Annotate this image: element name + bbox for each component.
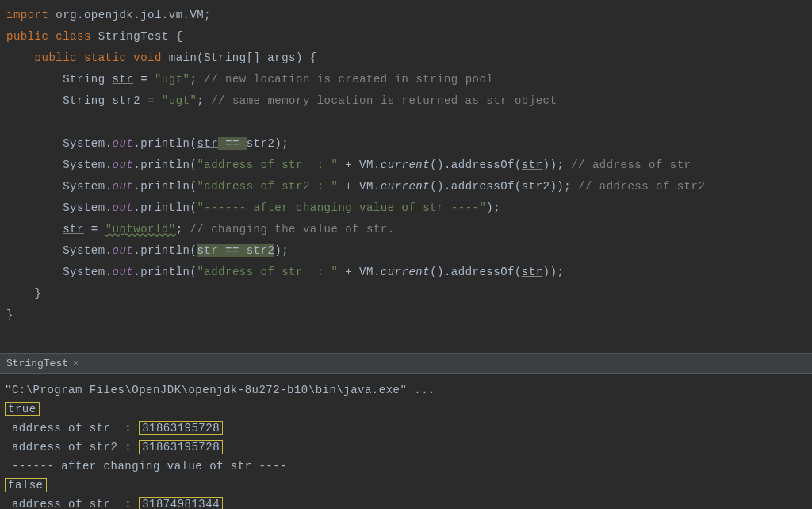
highlighted-output: false: [5, 478, 47, 492]
console-line: ------ after changing value of str ----: [5, 457, 807, 476]
console-line: "C:\Program Files\OpenJDK\openjdk-8u272-…: [5, 381, 807, 400]
code-line: String str = "ugt"; // new location is c…: [6, 69, 812, 90]
code-line: public class StringTest {: [6, 26, 812, 48]
code-line: System.out.println("address of str : " +…: [6, 155, 812, 176]
code-line: public static void main(String[] args) {: [6, 48, 812, 69]
highlighted-output: 31863195728: [139, 440, 223, 454]
tab-label: StringTest: [6, 358, 68, 369]
code-line: [6, 112, 812, 133]
console-line: address of str : 31874981344: [5, 495, 807, 509]
console-line: true: [5, 400, 807, 419]
code-line: }: [6, 283, 812, 304]
code-line: str = "ugtworld"; // changing the value …: [6, 219, 812, 240]
code-line: }: [6, 304, 812, 326]
console-line: address of str : 31863195728: [5, 419, 807, 438]
highlighted-output: true: [5, 402, 40, 416]
code-line: System.out.println("address of str : " +…: [6, 262, 812, 283]
code-line: System.out.println("address of str2 : " …: [6, 176, 812, 197]
close-icon[interactable]: ×: [73, 358, 79, 369]
run-tab-bar: StringTest ×: [0, 354, 812, 374]
code-line: System.out.println("------ after changin…: [6, 197, 812, 219]
code-line: String str2 = "ugt"; // same memory loca…: [6, 90, 812, 112]
console-line: false: [5, 476, 807, 495]
run-tab-stringtest[interactable]: StringTest ×: [0, 354, 85, 373]
highlighted-output: 31874981344: [139, 497, 223, 509]
code-line: System.out.println(str == str2);: [6, 133, 812, 155]
highlighted-output: 31863195728: [139, 421, 223, 435]
console-output[interactable]: "C:\Program Files\OpenJDK\openjdk-8u272-…: [0, 374, 812, 509]
code-editor[interactable]: import org.openjdk.jol.vm.VM; public cla…: [0, 0, 812, 353]
code-line: System.out.println(str == str2);: [6, 240, 812, 262]
code-line: import org.openjdk.jol.vm.VM;: [6, 5, 812, 26]
console-line: address of str2 : 31863195728: [5, 438, 807, 457]
